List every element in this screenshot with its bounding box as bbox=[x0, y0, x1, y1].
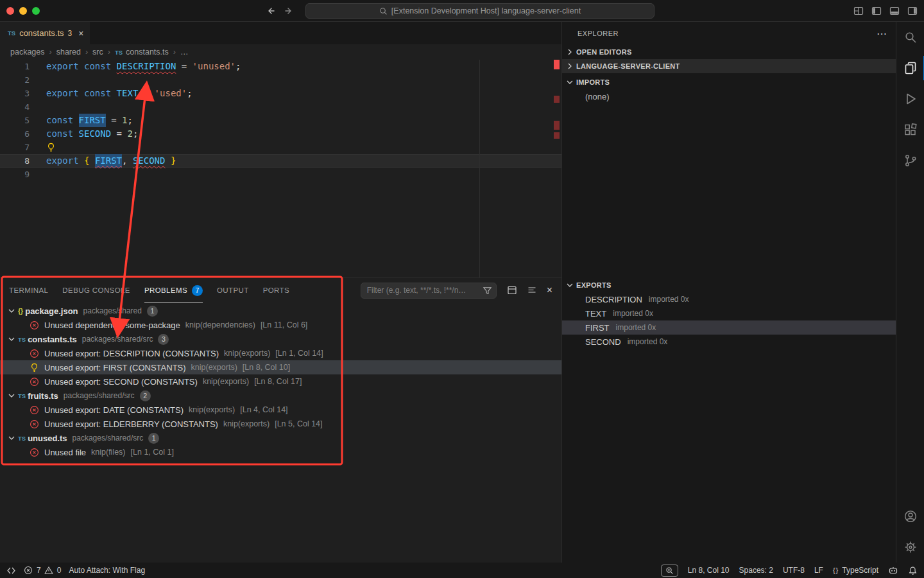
code-line[interactable]: 6const SECOND = 2; bbox=[0, 127, 561, 141]
problem-row[interactable]: Unused export: DATE (CONSTANTS)knip(expo… bbox=[0, 403, 561, 417]
copilot-icon[interactable] bbox=[888, 565, 898, 575]
breadcrumb-item-src[interactable]: src bbox=[92, 48, 103, 57]
problem-row[interactable]: Unused export: DESCRIPTION (CONSTANTS)kn… bbox=[0, 346, 561, 360]
chevron-down-icon[interactable] bbox=[6, 433, 18, 443]
chevron-down-icon[interactable] bbox=[6, 390, 18, 401]
problem-location: [Ln 11, Col 6] bbox=[261, 320, 307, 329]
activity-source-control[interactable] bbox=[896, 145, 924, 176]
language-mode[interactable]: {} TypeScript bbox=[833, 566, 878, 575]
minimize-window-button[interactable] bbox=[19, 7, 27, 15]
filter-icon[interactable] bbox=[483, 286, 492, 295]
export-item[interactable]: SECONDimported 0x bbox=[562, 335, 896, 349]
problems-status[interactable]: 7 0 bbox=[24, 566, 61, 575]
tab-problems-badge: 3 bbox=[68, 29, 73, 38]
breadcrumb-item-file[interactable]: TS constants.ts bbox=[115, 48, 169, 57]
braces-icon: {} bbox=[833, 566, 839, 574]
activity-search[interactable] bbox=[896, 22, 924, 53]
zoom-indicator[interactable] bbox=[661, 565, 678, 577]
remote-indicator[interactable] bbox=[6, 566, 16, 575]
code-token: const bbox=[46, 127, 79, 141]
activity-extensions[interactable] bbox=[896, 114, 924, 145]
code-token: const bbox=[84, 60, 117, 73]
back-icon[interactable] bbox=[266, 6, 276, 16]
problems-file-row[interactable]: {}package.jsonpackages/shared1 bbox=[0, 304, 561, 318]
tab-constants-ts[interactable]: TS constants.ts 3 × bbox=[0, 22, 90, 44]
warning-count-icon bbox=[44, 566, 53, 575]
section-open-editors[interactable]: OPEN EDITORS bbox=[562, 45, 896, 59]
panel-tab-debug-console[interactable]: DEBUG CONSOLE bbox=[62, 278, 130, 302]
panel-tab-output[interactable]: OUTPUT bbox=[217, 278, 249, 302]
problems-file-row[interactable]: TSconstants.tspackages/shared/src3 bbox=[0, 332, 561, 346]
zoom-window-button[interactable] bbox=[32, 7, 40, 15]
overview-ruler-mark bbox=[554, 121, 560, 130]
import-item[interactable]: (none) bbox=[562, 89, 896, 103]
export-item[interactable]: FIRSTimported 0x bbox=[562, 320, 896, 335]
chevron-down-icon[interactable] bbox=[6, 334, 18, 344]
line-content: export const DESCRIPTION = 'unused'; bbox=[30, 60, 241, 73]
code-editor[interactable]: 1export const DESCRIPTION = 'unused';23e… bbox=[0, 60, 561, 277]
close-window-button[interactable] bbox=[6, 7, 14, 15]
code-lines: 1export const DESCRIPTION = 'unused';23e… bbox=[0, 60, 561, 181]
collapse-all-icon[interactable] bbox=[527, 285, 537, 295]
problem-source: knip(exports) bbox=[191, 363, 237, 372]
problems-file-row[interactable]: TSunused.tspackages/shared/src1 bbox=[0, 431, 561, 445]
panel-tab-terminal[interactable]: TERMINAL bbox=[9, 278, 48, 302]
command-center-search[interactable]: [Extension Development Host] language-se… bbox=[305, 3, 654, 19]
panel-tab-ports[interactable]: PORTS bbox=[263, 278, 289, 302]
quick-fix-lightbulb-icon[interactable] bbox=[46, 143, 56, 152]
code-line[interactable]: 4 bbox=[0, 100, 561, 114]
close-tab-icon[interactable]: × bbox=[78, 28, 83, 39]
code-line[interactable]: 7 bbox=[0, 141, 561, 154]
section-exports[interactable]: EXPORTS bbox=[562, 278, 896, 292]
more-actions-icon[interactable]: ⋯ bbox=[877, 28, 887, 40]
code-line[interactable]: 2 bbox=[0, 73, 561, 87]
code-line[interactable]: 1export const DESCRIPTION = 'unused'; bbox=[0, 60, 561, 73]
toggle-sidebar-left-icon[interactable] bbox=[871, 6, 882, 16]
chevron-down-icon[interactable] bbox=[6, 306, 18, 316]
code-line[interactable]: 5const FIRST = 1; bbox=[0, 114, 561, 127]
code-line[interactable]: 3export const TEXT = 'used'; bbox=[0, 87, 561, 100]
problem-message: Unused export: DESCRIPTION (CONSTANTS) bbox=[44, 349, 219, 358]
problems-filter-input[interactable] bbox=[361, 286, 496, 295]
activity-settings[interactable] bbox=[896, 532, 924, 563]
notifications-bell-icon[interactable] bbox=[908, 566, 918, 575]
code-line[interactable]: 9 bbox=[0, 168, 561, 181]
export-name: SECOND bbox=[585, 337, 621, 347]
problem-row[interactable]: Unused dependency: some-packageknip(depe… bbox=[0, 318, 561, 332]
export-item[interactable]: TEXTimported 0x bbox=[562, 306, 896, 320]
breadcrumb-item-packages[interactable]: packages bbox=[10, 48, 45, 57]
code-line[interactable]: 8export { FIRST, SECOND } bbox=[0, 154, 561, 168]
cursor-position[interactable]: Ln 8, Col 10 bbox=[688, 566, 730, 575]
toggle-sidebar-right-icon[interactable] bbox=[907, 6, 918, 16]
section-imports[interactable]: IMPORTS bbox=[562, 75, 896, 89]
view-as-table-icon[interactable] bbox=[507, 285, 517, 295]
forward-icon[interactable] bbox=[284, 6, 294, 16]
overview-ruler-mark bbox=[554, 132, 560, 139]
close-panel-icon[interactable]: × bbox=[547, 285, 552, 295]
problem-source: knip(exports) bbox=[203, 377, 249, 386]
customize-layout-icon[interactable] bbox=[853, 6, 864, 16]
problem-location: [Ln 4, Col 14] bbox=[240, 405, 287, 414]
indentation[interactable]: Spaces: 2 bbox=[739, 566, 773, 575]
activity-accounts[interactable] bbox=[896, 501, 924, 532]
problem-row[interactable]: Unused export: FIRST (CONSTANTS)knip(exp… bbox=[0, 360, 561, 374]
bottom-panel: TERMINAL DEBUG CONSOLE PROBLEMS 7 OUTPUT… bbox=[0, 277, 561, 563]
problems-file-row[interactable]: TSfruits.tspackages/shared/src2 bbox=[0, 389, 561, 403]
activity-explorer[interactable] bbox=[896, 53, 924, 83]
problem-row[interactable]: Unused export: SECOND (CONSTANTS)knip(ex… bbox=[0, 374, 561, 389]
problem-row[interactable]: Unused export: ELDERBERRY (CONSTANTS)kni… bbox=[0, 417, 561, 431]
problem-location: [Ln 8, Col 10] bbox=[243, 363, 290, 372]
imports-items: (none) bbox=[562, 89, 896, 103]
eol-sequence[interactable]: LF bbox=[814, 566, 823, 575]
auto-attach-status[interactable]: Auto Attach: With Flag bbox=[69, 566, 145, 575]
problem-row[interactable]: Unused fileknip(files)[Ln 1, Col 1] bbox=[0, 445, 561, 459]
activity-run-debug[interactable] bbox=[896, 83, 924, 114]
problem-message: Unused file bbox=[44, 448, 86, 457]
panel-tab-problems[interactable]: PROBLEMS 7 bbox=[144, 278, 203, 302]
export-item[interactable]: DESCRIPTIONimported 0x bbox=[562, 292, 896, 306]
section-language-server-client[interactable]: LANGUAGE-SERVER-CLIENT bbox=[562, 59, 896, 73]
breadcrumb-item-shared[interactable]: shared bbox=[56, 48, 81, 57]
toggle-panel-icon[interactable] bbox=[889, 6, 900, 16]
breadcrumb-item-symbol[interactable]: … bbox=[180, 48, 189, 57]
encoding[interactable]: UTF-8 bbox=[783, 566, 805, 575]
